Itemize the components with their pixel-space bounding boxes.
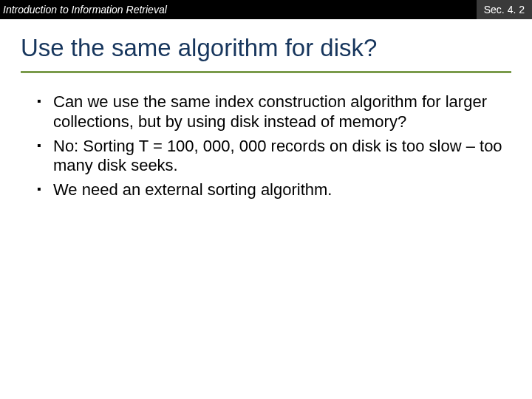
list-item: Can we use the same index construction a… [37, 92, 502, 132]
course-label: Introduction to Information Retrieval [3, 4, 167, 16]
bullet-list: Can we use the same index construction a… [37, 92, 502, 200]
title-area: Use the same algorithm for disk? [0, 19, 532, 66]
list-item: We need an external sorting algorithm. [37, 180, 502, 200]
body-area: Can we use the same index construction a… [0, 73, 532, 200]
slide-title: Use the same algorithm for disk? [21, 34, 511, 62]
top-bar: Introduction to Information Retrieval Se… [0, 0, 532, 19]
slide: Introduction to Information Retrieval Se… [0, 0, 532, 399]
section-label: Sec. 4. 2 [477, 0, 532, 19]
list-item: No: Sorting T = 100, 000, 000 records on… [37, 137, 502, 177]
